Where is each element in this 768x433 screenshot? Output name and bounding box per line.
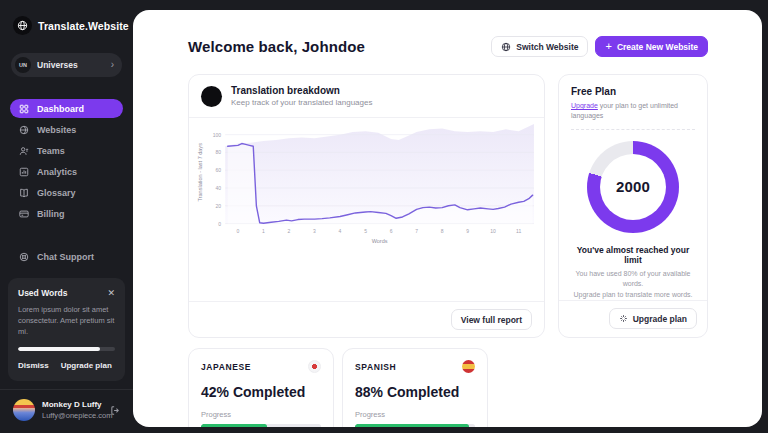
sidebar-item-label: Websites <box>37 125 76 135</box>
chat-support-icon <box>19 252 29 262</box>
upgrade-link[interactable]: Upgrade <box>571 102 598 109</box>
divider <box>571 129 695 130</box>
svg-text:3: 3 <box>313 228 316 234</box>
sidebar-item-glossary[interactable]: Glossary <box>10 183 123 202</box>
sidebar-item-websites[interactable]: Websites <box>10 120 123 139</box>
view-full-report-button[interactable]: View full report <box>451 309 532 330</box>
main-panel: Welcome back, Johndoe Switch Website + C… <box>133 10 762 427</box>
breakdown-title: Translation breakdown <box>231 85 372 96</box>
avatar <box>13 399 35 421</box>
svg-text:11: 11 <box>516 228 521 234</box>
app-logo: Translate.Website <box>0 0 133 45</box>
app-title: Translate.Website <box>38 20 129 32</box>
sidebar-item-label: Analytics <box>37 167 77 177</box>
limit-title: You've almost reached your limit <box>571 245 695 265</box>
language-progressbar <box>355 424 475 427</box>
language-progressbar <box>201 424 321 427</box>
teams-icon <box>19 146 29 156</box>
sidebar-item-label: Billing <box>37 209 65 219</box>
plan-title: Free Plan <box>571 86 695 97</box>
breakdown-logo-icon <box>201 86 222 107</box>
svg-text:Words: Words <box>372 238 388 244</box>
language-progress-fill <box>355 424 469 427</box>
used-words-progress-fill <box>18 347 100 351</box>
language-card-japanese: JAPANESE 42% Completed Progress Translat… <box>188 348 334 427</box>
sidebar-item-analytics[interactable]: Analytics <box>10 162 123 181</box>
japan-flag-icon <box>308 360 321 373</box>
sidebar-item-chat-support[interactable]: Chat Support <box>10 247 123 266</box>
sparkle-icon <box>619 314 628 323</box>
sidebar-item-dashboard[interactable]: Dashboard <box>10 99 123 118</box>
workspace-switcher[interactable]: UN Universes › <box>11 53 122 77</box>
dashboard-icon <box>19 104 29 114</box>
svg-text:0: 0 <box>218 221 221 227</box>
used-words-title: Used Words <box>18 288 67 298</box>
completed-percentage: 88% Completed <box>355 384 475 400</box>
svg-text:4: 4 <box>339 228 342 234</box>
translation-breakdown-card: Translation breakdown Keep track of your… <box>188 74 545 338</box>
progress-label: Progress <box>201 410 321 419</box>
profile-name: Monkey D Luffy <box>42 400 103 409</box>
upgrade-plan-link[interactable]: Upgrade plan <box>61 361 112 370</box>
spain-flag-icon <box>462 360 475 373</box>
svg-text:Translation - last 7 days: Translation - last 7 days <box>197 143 203 202</box>
app-window: Translate.Website UN Universes › Dashboa… <box>0 0 768 433</box>
profile-email: Luffy@onepiece.com <box>42 411 103 420</box>
translation-line-chart: 02040608010001234567891011WordsTranslati… <box>189 118 544 246</box>
plan-subtitle: Upgrade your plan to get unlimited langu… <box>571 101 695 121</box>
language-card-spanish: SPANISH 88% Completed Progress Translate… <box>342 348 488 427</box>
create-new-website-button[interactable]: + Create New Website <box>595 36 708 57</box>
logout-icon[interactable] <box>110 405 121 416</box>
plus-icon: + <box>605 41 611 52</box>
dismiss-button[interactable]: Dismiss <box>18 361 49 370</box>
svg-text:2: 2 <box>288 228 291 234</box>
breakdown-subtitle: Keep track of your translated languages <box>231 98 372 107</box>
upgrade-plan-button[interactable]: Upgrade plan <box>609 308 697 329</box>
analytics-icon <box>19 167 29 177</box>
sidebar-item-label: Chat Support <box>37 252 94 262</box>
limit-line-1: You have used 80% of your available word… <box>571 269 695 290</box>
sidebar-item-billing[interactable]: Billing <box>10 204 123 223</box>
switch-website-button[interactable]: Switch Website <box>491 36 588 57</box>
svg-text:0: 0 <box>237 228 240 234</box>
globe-icon <box>501 42 511 52</box>
svg-text:5: 5 <box>364 228 367 234</box>
svg-text:100: 100 <box>213 132 222 138</box>
used-words-card: Used Words ✕ Lorem ipsum dolor sit amet … <box>8 278 125 381</box>
glossary-icon <box>19 188 29 198</box>
sidebar-item-label: Teams <box>37 146 65 156</box>
sidebar-item-teams[interactable]: Teams <box>10 141 123 160</box>
limit-line-2: Upgrade plan to translate more words. <box>571 290 695 301</box>
free-plan-card: Free Plan Upgrade your plan to get unlim… <box>558 74 708 338</box>
svg-text:1: 1 <box>262 228 265 234</box>
svg-text:80: 80 <box>216 149 222 155</box>
svg-text:6: 6 <box>390 228 393 234</box>
sidebar-item-label: Dashboard <box>37 104 84 114</box>
svg-text:9: 9 <box>466 228 469 234</box>
used-words-body: Lorem ipsum dolor sit amet consectetur. … <box>18 305 115 338</box>
sidebar: Translate.Website UN Universes › Dashboa… <box>0 0 133 433</box>
progress-label: Progress <box>355 410 475 419</box>
user-profile[interactable]: Monkey D Luffy Luffy@onepiece.com <box>0 389 133 433</box>
billing-icon <box>19 209 29 219</box>
completed-percentage: 42% Completed <box>201 384 321 400</box>
language-name: JAPANESE <box>201 362 251 372</box>
language-progress-fill <box>201 424 267 427</box>
svg-text:10: 10 <box>490 228 496 234</box>
words-remaining-value: 2000 <box>616 178 650 195</box>
svg-text:8: 8 <box>441 228 444 234</box>
workspace-label: Universes <box>37 60 105 70</box>
language-name: SPANISH <box>355 362 396 372</box>
svg-text:20: 20 <box>216 203 222 209</box>
sidebar-menu: Dashboard Websites Teams Analytics Gloss… <box>0 99 133 266</box>
globe-logo-icon <box>13 16 32 35</box>
sidebar-item-label: Glossary <box>37 188 76 198</box>
chevron-right-icon: › <box>111 60 114 70</box>
websites-icon <box>19 125 29 135</box>
page-title: Welcome back, Johndoe <box>188 38 365 55</box>
svg-text:60: 60 <box>216 167 222 173</box>
words-usage-donut: 2000 <box>587 141 679 233</box>
close-icon[interactable]: ✕ <box>107 289 115 298</box>
used-words-progressbar <box>18 347 115 351</box>
svg-text:7: 7 <box>415 228 418 234</box>
